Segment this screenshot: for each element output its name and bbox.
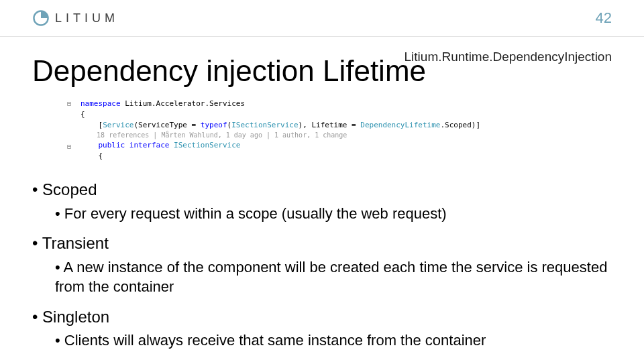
litium-logo-icon	[32, 9, 50, 27]
logo: LITIUM	[32, 9, 119, 27]
code-kw-namespace: namespace	[80, 99, 121, 108]
code-attr-p3: ), Lifetime =	[299, 121, 361, 129]
bullet-label: Scoped	[42, 180, 97, 198]
code-attr-p4: .Scoped)]	[440, 121, 480, 129]
code-attr-service: Service	[103, 121, 133, 129]
page-number: 42	[596, 9, 612, 27]
code-meta: 18 references | Mårten Wahlund, 1 day ag…	[80, 131, 644, 141]
code-typeof: typeof	[201, 121, 227, 129]
code-snippet: ⊟⊟ namespace Litium.Accelerator.Services…	[80, 99, 644, 162]
bullet-label: Singleton	[42, 308, 109, 326]
slide-title: Dependency injection Lifetime	[0, 37, 644, 95]
bullet-singleton: Singleton Clients will always receive th…	[32, 306, 612, 351]
code-gutter: ⊟⊟	[67, 99, 71, 163]
bullet-scoped: Scoped For every request within a scope …	[32, 179, 612, 223]
namespace-label: Litium.Runtime.DependencyInjection	[405, 50, 612, 64]
code-brace: {	[80, 109, 644, 120]
slide-header: LITIUM 42	[0, 0, 644, 37]
code-iface: ISectionService	[231, 121, 298, 129]
bullet-sub: A new instance of the component will be …	[55, 257, 612, 297]
bullet-sub: Clients will always receive that same in…	[55, 330, 612, 351]
bullet-list: Scoped For every request within a scope …	[0, 162, 644, 351]
code-decl-pre: public interface	[80, 141, 174, 149]
logo-text: LITIUM	[55, 11, 119, 25]
code-brace2: {	[80, 151, 644, 162]
code-attr-open: [	[80, 121, 103, 129]
slide: LITIUM 42 Litium.Runtime.DependencyInjec…	[0, 0, 644, 362]
code-enum: DependencyLifetime	[360, 121, 440, 129]
code-decl-name: ISectionService	[174, 141, 240, 149]
code-ns: Litium.Accelerator.Services	[121, 99, 245, 108]
bullet-sub: For every request within a scope (usuall…	[55, 204, 612, 224]
code-attr-p1: (ServiceType =	[133, 121, 200, 129]
bullet-label: Transient	[42, 234, 109, 252]
bullet-transient: Transient A new instance of the componen…	[32, 233, 612, 297]
